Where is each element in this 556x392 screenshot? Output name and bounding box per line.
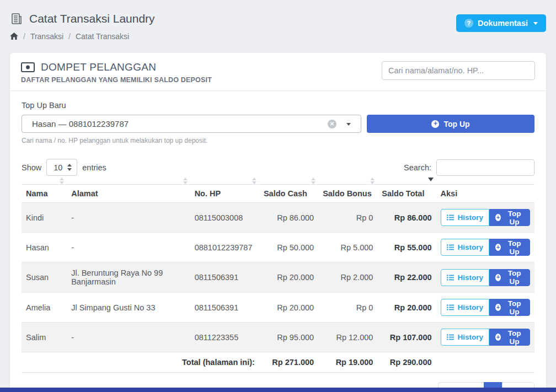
row-topup-button[interactable]: +Top Up bbox=[489, 299, 530, 316]
table-total-row: Total (halaman ini): Rp 271.000 Rp 19.00… bbox=[22, 352, 534, 373]
money-bill-icon bbox=[21, 62, 35, 72]
cell-saldo-bonus: Rp 2.000 bbox=[318, 262, 377, 293]
total-empty-cell bbox=[436, 352, 534, 373]
table-search-input[interactable] bbox=[436, 159, 534, 176]
row-topup-button[interactable]: +Top Up bbox=[489, 269, 530, 286]
plus-circle-icon: + bbox=[495, 274, 501, 281]
list-icon bbox=[447, 244, 454, 250]
cell-no-hp: 0811506391 bbox=[190, 293, 259, 323]
table-row: Salim - 0811223355 Rp 95.000 Rp 12.000 R… bbox=[22, 323, 534, 352]
plus-circle-icon: + bbox=[431, 120, 439, 128]
breadcrumb-transaksi[interactable]: Transaksi bbox=[30, 32, 63, 41]
home-icon[interactable] bbox=[10, 33, 18, 40]
list-icon bbox=[447, 214, 454, 221]
cell-saldo-cash: Rp 20.000 bbox=[259, 293, 318, 323]
cell-alamat: - bbox=[67, 203, 190, 233]
show-label: Show bbox=[22, 163, 41, 172]
column-header-saldo-total[interactable]: Saldo Total bbox=[377, 185, 436, 203]
sort-icon bbox=[252, 178, 256, 184]
cell-saldo-total: Rp 86.000 bbox=[377, 203, 436, 233]
column-header-saldo-bonus[interactable]: Saldo Bonus bbox=[318, 185, 377, 203]
cell-saldo-bonus: Rp 0 bbox=[318, 293, 377, 323]
breadcrumb-separator: / bbox=[23, 32, 25, 41]
chevron-down-icon bbox=[533, 22, 538, 25]
topup-baru-label: Top Up Baru bbox=[22, 101, 534, 110]
entries-label: entries bbox=[82, 163, 106, 172]
chevron-down-icon[interactable] bbox=[346, 123, 351, 126]
history-button[interactable]: History bbox=[441, 209, 490, 226]
cell-saldo-total: Rp 55.000 bbox=[377, 233, 436, 262]
topup-row: Hasan — 0881012239787 ✕ + Top Up bbox=[22, 115, 534, 133]
column-header-no-hp[interactable]: No. HP bbox=[190, 185, 259, 203]
cell-aksi: History +Top Up bbox=[436, 323, 534, 352]
column-header-aksi: Aksi bbox=[436, 185, 534, 203]
cell-nama: Susan bbox=[22, 262, 67, 293]
list-icon bbox=[447, 304, 454, 310]
card-subtitle: DAFTAR PELANGGAN YANG MEMILIKI SALDO DEP… bbox=[21, 76, 212, 84]
list-icon bbox=[447, 334, 454, 340]
card-header: DOMPET PELANGGAN DAFTAR PELANGGAN YANG M… bbox=[10, 53, 546, 91]
topup-button-label: Top Up bbox=[443, 120, 469, 128]
cell-alamat: - bbox=[67, 323, 190, 352]
breadcrumb: / Transaksi / Catat Transaksi bbox=[10, 32, 155, 41]
column-header-alamat[interactable]: Alamat bbox=[67, 185, 190, 203]
cell-no-hp: 08115003008 bbox=[190, 203, 259, 233]
table-row: Kindi - 08115003008 Rp 86.000 Rp 0 Rp 86… bbox=[22, 203, 534, 233]
row-topup-button[interactable]: +Top Up bbox=[489, 329, 530, 346]
dokumentasi-button[interactable]: ? Dokumentasi bbox=[456, 14, 546, 32]
top-header: Catat Transaksi Laundry / Transaksi / Ca… bbox=[10, 9, 546, 41]
cell-nama: Kindi bbox=[22, 203, 67, 233]
history-button[interactable]: History bbox=[441, 269, 490, 286]
column-header-saldo-cash[interactable]: Saldo Cash bbox=[259, 185, 318, 203]
table-row: Amelia Jl Simpang Gusti No 33 0811506391… bbox=[22, 293, 534, 323]
dompet-pelanggan-card: DOMPET PELANGGAN DAFTAR PELANGGAN YANG M… bbox=[10, 53, 546, 392]
column-header-nama[interactable]: Nama bbox=[22, 185, 67, 203]
card-title: DOMPET PELANGGAN bbox=[41, 61, 156, 73]
card-title-block: DOMPET PELANGGAN DAFTAR PELANGGAN YANG M… bbox=[21, 61, 212, 84]
page-length-value: 10 bbox=[54, 163, 62, 172]
breadcrumb-separator: / bbox=[68, 32, 71, 41]
table-search-control: Search: bbox=[404, 159, 534, 176]
cell-saldo-total: Rp 22.000 bbox=[377, 262, 436, 293]
sort-desc-icon bbox=[428, 178, 434, 181]
cell-no-hp: 0811506391 bbox=[190, 262, 259, 293]
history-button[interactable]: History bbox=[441, 299, 490, 316]
total-saldo-cash: Rp 271.000 bbox=[259, 352, 318, 373]
plus-circle-icon: + bbox=[495, 214, 501, 221]
sort-icon bbox=[183, 178, 188, 184]
cell-no-hp: 0881012239787 bbox=[190, 233, 259, 262]
cell-saldo-cash: Rp 86.000 bbox=[259, 203, 318, 233]
clear-circle-icon[interactable]: ✕ bbox=[328, 120, 336, 128]
cell-alamat: Jl. Beruntung Raya No 99 Banjarmasin bbox=[67, 262, 190, 293]
customer-select[interactable]: Hasan — 0881012239787 ✕ bbox=[22, 115, 361, 133]
total-saldo-bonus: Rp 19.000 bbox=[318, 352, 377, 373]
page-length-select[interactable]: 10 bbox=[46, 159, 77, 176]
cell-saldo-bonus: Rp 12.000 bbox=[318, 323, 377, 352]
search-label: Search: bbox=[404, 163, 431, 172]
row-topup-button[interactable]: +Top Up bbox=[489, 239, 530, 256]
plus-circle-icon: + bbox=[495, 334, 501, 341]
wallet-table: Nama Alamat No. HP Saldo Cash Saldo Bonu… bbox=[22, 184, 534, 373]
cell-nama: Amelia bbox=[22, 293, 67, 323]
row-topup-button[interactable]: +Top Up bbox=[489, 209, 530, 226]
cell-aksi: History +Top Up bbox=[436, 203, 534, 233]
table-row: Susan Jl. Beruntung Raya No 99 Banjarmas… bbox=[22, 262, 534, 293]
dokumentasi-label: Dokumentasi bbox=[478, 19, 528, 28]
list-icon bbox=[447, 275, 454, 281]
cell-aksi: History +Top Up bbox=[436, 293, 534, 323]
cell-aksi: History +Top Up bbox=[436, 262, 534, 293]
cell-aksi: History +Top Up bbox=[436, 233, 534, 262]
history-button[interactable]: History bbox=[441, 329, 490, 346]
cell-saldo-total: Rp 20.000 bbox=[377, 293, 436, 323]
history-button[interactable]: History bbox=[441, 239, 490, 256]
cell-alamat: Jl Simpang Gusti No 33 bbox=[67, 293, 190, 323]
topup-button[interactable]: + Top Up bbox=[367, 115, 534, 133]
cell-saldo-total: Rp 107.000 bbox=[377, 323, 436, 352]
plus-circle-icon: + bbox=[495, 304, 501, 311]
table-header-row: Nama Alamat No. HP Saldo Cash Saldo Bonu… bbox=[22, 185, 534, 203]
page-length-control: Show 10 entries bbox=[22, 159, 106, 176]
customer-filter-input[interactable] bbox=[382, 61, 535, 80]
card-body: Top Up Baru Hasan — 0881012239787 ✕ + To… bbox=[10, 91, 546, 392]
customer-select-value: Hasan — 0881012239787 bbox=[32, 119, 129, 128]
building-icon bbox=[10, 12, 23, 25]
